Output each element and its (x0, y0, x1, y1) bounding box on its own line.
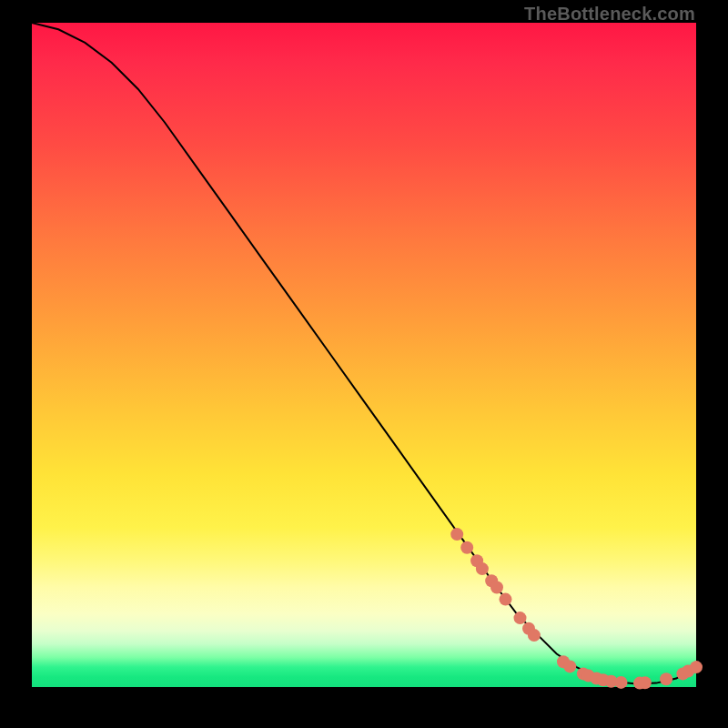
chart-overlay (32, 23, 696, 687)
attribution-watermark: TheBottleneck.com (524, 4, 695, 25)
data-marker (450, 528, 463, 541)
data-marker (639, 676, 652, 689)
data-marker (500, 593, 512, 606)
bottleneck-curve-path (32, 23, 696, 683)
data-marker (514, 612, 527, 624)
data-marker (660, 672, 672, 685)
marker-group (450, 528, 703, 690)
data-marker (615, 676, 628, 689)
data-marker (528, 629, 541, 642)
data-marker (563, 660, 576, 672)
data-marker (690, 661, 703, 673)
data-marker (460, 541, 473, 554)
data-marker (490, 581, 503, 594)
data-marker (476, 562, 489, 575)
